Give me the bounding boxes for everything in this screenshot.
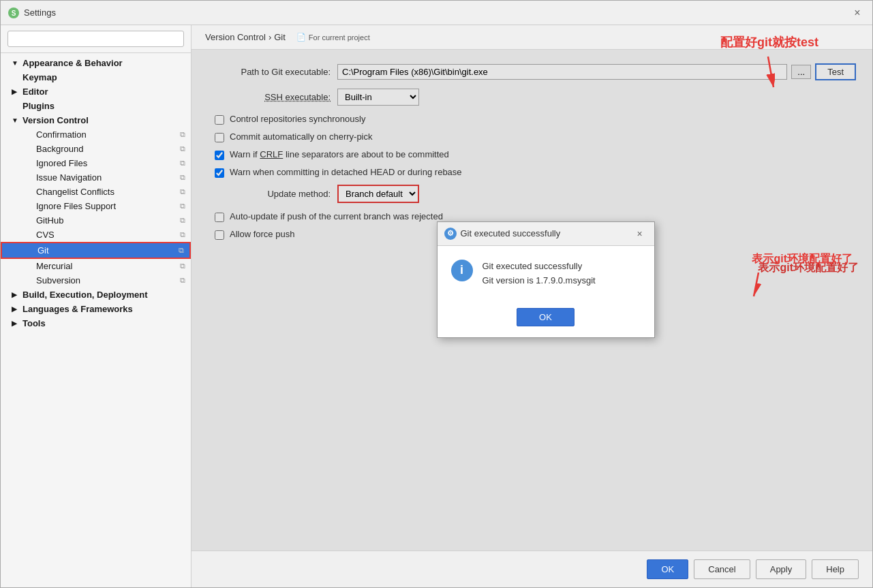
dialog-footer: OK xyxy=(438,301,654,337)
success-dialog: ⚙ Git executed successfully × i Git exec… xyxy=(437,221,655,339)
content-area: ▼ Appearance & Behavior Keymap ▶ Editor … xyxy=(1,25,872,587)
dialog-overlay: 配置好git就按test ⚙ Git executed successfully… xyxy=(192,50,872,551)
ok-button[interactable]: OK xyxy=(647,559,688,579)
page-icon: ⧉ xyxy=(180,187,185,196)
sidebar-item-subversion[interactable]: Subversion ⧉ xyxy=(1,273,191,288)
sidebar-item-label: Keymap xyxy=(22,72,57,82)
page-icon: ⧉ xyxy=(180,230,185,239)
dialog-ok-button[interactable]: OK xyxy=(517,308,575,326)
project-link[interactable]: 📄 For current project xyxy=(296,33,370,42)
sidebar-item-label: Build, Execution, Deployment xyxy=(22,290,147,300)
arrow-icon: ▶ xyxy=(12,291,21,298)
app-icon: S xyxy=(7,7,20,19)
sidebar-item-git[interactable]: Git ⧉ xyxy=(1,242,191,259)
sidebar-item-changelist-conflicts[interactable]: Changelist Conflicts ⧉ xyxy=(1,185,191,199)
dialog-body: i Git executed successfully Git version … xyxy=(438,246,654,302)
sidebar-item-label: Confirmation xyxy=(36,129,87,140)
window-title: Settings xyxy=(24,7,849,18)
dialog-info-icon: i xyxy=(451,260,473,281)
sidebar-item-background[interactable]: Background ⧉ xyxy=(1,142,191,156)
sidebar-item-label: GitHub xyxy=(36,215,63,226)
page-icon: ⧉ xyxy=(180,262,185,270)
arrow-icon: ▶ xyxy=(12,320,21,327)
breadcrumb: Version Control › Git xyxy=(205,32,286,42)
arrow-icon: ▶ xyxy=(12,305,21,313)
settings-form: Path to Git executable: ... Test SSH exe… xyxy=(192,50,872,551)
sidebar-item-label: Mercurial xyxy=(36,261,72,271)
sidebar-item-label: Tools xyxy=(22,318,46,328)
sidebar-item-label: Plugins xyxy=(22,101,55,111)
sidebar-item-editor[interactable]: ▶ Editor xyxy=(1,84,191,99)
breadcrumb-page: Git xyxy=(274,32,286,42)
sidebar-item-label: CVS xyxy=(36,230,55,240)
sidebar: ▼ Appearance & Behavior Keymap ▶ Editor … xyxy=(1,25,192,587)
breadcrumb-separator: › xyxy=(269,32,271,42)
sidebar-item-issue-navigation[interactable]: Issue Navigation ⧉ xyxy=(1,170,191,185)
sidebar-item-label: Ignore Files Support xyxy=(36,201,116,211)
page-icon: ⧉ xyxy=(180,276,185,285)
project-icon: 📄 xyxy=(296,33,306,42)
sidebar-item-appearance[interactable]: ▼ Appearance & Behavior xyxy=(1,56,191,70)
svg-text:S: S xyxy=(12,10,16,17)
breadcrumb-section: Version Control xyxy=(205,32,266,42)
sidebar-item-mercurial[interactable]: Mercurial ⧉ xyxy=(1,259,191,273)
arrow-icon: ▼ xyxy=(12,59,21,67)
help-button[interactable]: Help xyxy=(812,559,859,579)
sidebar-item-label: Subversion xyxy=(36,275,80,285)
page-icon: ⧉ xyxy=(180,173,185,182)
page-icon: ⧉ xyxy=(180,202,185,211)
sidebar-item-label: Languages & Frameworks xyxy=(22,304,133,314)
sidebar-item-confirmation[interactable]: Confirmation ⧉ xyxy=(1,127,191,142)
sidebar-item-build[interactable]: ▶ Build, Execution, Deployment xyxy=(1,288,191,302)
arrow-icon: ▶ xyxy=(12,88,21,95)
dialog-title-icon: ⚙ xyxy=(444,228,457,240)
dialog-title: Git executed successfully xyxy=(461,228,632,238)
sidebar-item-github[interactable]: GitHub ⧉ xyxy=(1,213,191,228)
sidebar-item-label: Appearance & Behavior xyxy=(22,58,123,68)
sidebar-item-label: Ignored Files xyxy=(36,158,87,168)
sidebar-item-label: Git xyxy=(37,245,49,256)
page-icon: ⧉ xyxy=(180,144,185,153)
arrow-icon: ▼ xyxy=(12,117,21,124)
cancel-button[interactable]: Cancel xyxy=(694,559,750,579)
sidebar-item-languages[interactable]: ▶ Languages & Frameworks xyxy=(1,302,191,316)
apply-button[interactable]: Apply xyxy=(756,559,807,579)
main-header: Version Control › Git 📄 For current proj… xyxy=(192,25,872,50)
dialog-message-line2: Git version is 1.7.9.0.msysgit xyxy=(483,274,596,288)
dialog-message-line1: Git executed successfully xyxy=(483,260,596,274)
page-icon: ⧉ xyxy=(179,246,184,255)
sidebar-item-cvs[interactable]: CVS ⧉ xyxy=(1,228,191,242)
dialog-message: Git executed successfully Git version is… xyxy=(483,260,596,288)
bottom-bar: OK Cancel Apply Help xyxy=(192,551,872,587)
title-bar: S Settings × xyxy=(1,1,872,25)
sidebar-item-version-control[interactable]: ▼ Version Control xyxy=(1,113,191,127)
dialog-title-bar: ⚙ Git executed successfully × xyxy=(438,222,654,246)
sidebar-item-ignored-files[interactable]: Ignored Files ⧉ xyxy=(1,156,191,170)
main-content: Version Control › Git 📄 For current proj… xyxy=(192,25,872,587)
page-icon: ⧉ xyxy=(180,216,185,225)
sidebar-item-tools[interactable]: ▶ Tools xyxy=(1,316,191,330)
sidebar-item-label: Editor xyxy=(22,87,48,97)
sidebar-item-plugins[interactable]: Plugins xyxy=(1,99,191,113)
sidebar-item-label: Background xyxy=(36,144,83,154)
project-label: For current project xyxy=(309,33,370,42)
sidebar-item-keymap[interactable]: Keymap xyxy=(1,70,191,84)
sidebar-item-label: Issue Navigation xyxy=(36,172,102,183)
close-button[interactable]: × xyxy=(849,5,866,21)
sidebar-item-label: Version Control xyxy=(22,115,89,125)
nav-tree: ▼ Appearance & Behavior Keymap ▶ Editor … xyxy=(1,53,191,587)
page-icon: ⧉ xyxy=(180,130,185,139)
sidebar-item-label: Changelist Conflicts xyxy=(36,187,114,197)
search-box xyxy=(1,25,191,53)
dialog-close-button[interactable]: × xyxy=(632,226,647,241)
page-icon: ⧉ xyxy=(180,159,185,168)
sidebar-item-ignore-files-support[interactable]: Ignore Files Support ⧉ xyxy=(1,199,191,213)
search-input[interactable] xyxy=(7,31,184,47)
settings-window: S Settings × ▼ Appearance & Behavior Key… xyxy=(0,0,873,588)
